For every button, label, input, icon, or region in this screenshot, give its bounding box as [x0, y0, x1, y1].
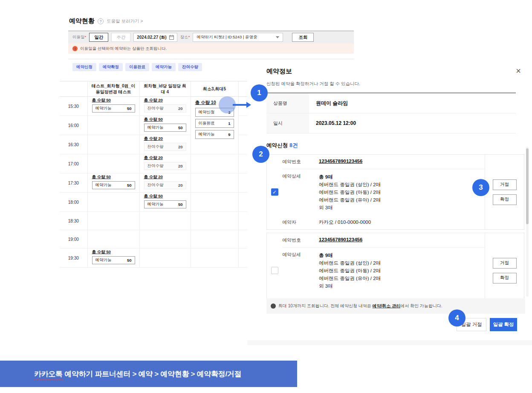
legend-chip: 예약가능	[152, 63, 176, 71]
confirm-button[interactable]: 확정	[493, 273, 517, 283]
time-label: 18:30	[60, 212, 87, 230]
slot-status-box[interactable]: 예약가능50	[92, 256, 135, 264]
weekly-tab[interactable]: 주간	[111, 33, 130, 42]
time-label: 17:30	[60, 173, 87, 193]
request-card-list: 예약번호1234567890123456예약상세총 9매에버랜드 종일권 (성인…	[266, 154, 524, 303]
reservation-number-label: 예약번호	[282, 237, 319, 243]
footer-notice-text: 최대 10개까지 조회됩니다. 전체 예약신청 내역은 예약/취소 관리에서 확…	[278, 303, 442, 309]
checkbox-unchecked[interactable]	[271, 267, 278, 274]
legend-chip: 예약확정	[99, 63, 123, 71]
slot-remaining-box: 잔여수량20	[144, 104, 186, 113]
slot-status-count: 50	[178, 202, 183, 207]
ticket-line: 에버랜드 종일권 (성인) / 2매	[319, 259, 381, 267]
product-column-header: 테스트_회차형_0원_이용일정변경 테스트	[87, 81, 139, 97]
ticket-line: 에버랜드 종일권 (성인) / 2매	[319, 181, 381, 188]
reservation-number-link[interactable]: 1234567890123456	[319, 159, 362, 165]
chevron-down-icon	[276, 36, 279, 38]
manage-link[interactable]: 예약/취소 관리	[373, 303, 401, 308]
schedule-cell	[191, 230, 238, 249]
reservation-detail-value: 총 9매에버랜드 종일권 (성인) / 2매에버랜드 종일권 (아동) / 2매…	[319, 251, 381, 290]
help-icon[interactable]	[98, 18, 104, 24]
reject-button[interactable]: 거절	[493, 179, 517, 190]
scrollbar-thumb[interactable]	[526, 148, 529, 224]
daily-tab[interactable]: 일간	[89, 33, 108, 42]
required-mark: *	[85, 35, 87, 39]
ticket-line: 외 3매	[319, 282, 381, 290]
reservation-detail-value: 총 9매에버랜드 종일권 (성인) / 2매에버랜드 종일권 (아동) / 2매…	[319, 173, 381, 211]
slot-total-quantity: 총 수량 50	[144, 194, 186, 199]
filter-notice-text: 이용일을 선택하여 예약하는 상품만 조회됩니다.	[80, 46, 167, 52]
page-header: 예약현황 도움말 보러가기 >	[69, 17, 143, 25]
search-button[interactable]: 조회	[292, 33, 314, 42]
slot-status-label: 예약가능	[147, 202, 164, 207]
slot-remaining-box: 잔여수량20	[144, 143, 186, 151]
schedule-cell	[139, 212, 191, 230]
annotation-badge-2: 2	[252, 146, 269, 163]
arrow-line	[233, 104, 247, 106]
slot-status-label: 잔여수량	[147, 106, 164, 111]
schedule-cell: 총 수량 20잔여수량20	[139, 154, 191, 173]
schedule-cell	[191, 249, 238, 268]
info-value: 원데이 슬라임	[309, 93, 516, 113]
schedule-cell	[139, 230, 191, 249]
slot-status-count: 50	[127, 183, 132, 188]
reservation-detail-label: 예약상세	[282, 173, 319, 211]
schedule-cell	[87, 116, 139, 135]
card-main: 예약번호1234567890123456예약상세총 9매에버랜드 종일권 (성인…	[282, 155, 485, 229]
calendar-icon[interactable]	[169, 35, 174, 40]
product-column-header: 회차형_id당 일정당 최대 4	[139, 81, 191, 97]
filter-bar: 이용일* 일간 주간 2024.02.27 (화) 장소* 예약하기 티켓2 |…	[68, 31, 354, 43]
slot-status-box[interactable]: 예약가능50	[92, 104, 135, 113]
close-icon[interactable]: ×	[516, 66, 521, 75]
confirm-all-button[interactable]: 일괄 확정	[490, 318, 517, 331]
panel-actions: 일괄 거절 일괄 확정	[457, 318, 517, 331]
slot-status-count: 1	[228, 121, 230, 126]
slot-status-box[interactable]: 이용완료1	[195, 119, 234, 128]
place-label: 장소*	[180, 35, 190, 40]
card-main: 예약번호1234567890123456예약상세총 9매에버랜드 종일권 (성인…	[282, 233, 485, 303]
booker-row: 예약자카카오 / 010-0000-0000	[282, 215, 485, 229]
legend-chip: 이용완료	[125, 63, 149, 71]
page-title: 예약현황	[69, 17, 95, 25]
checkbox-column	[267, 233, 282, 303]
schedule-cell: 총 수량 50예약가능50	[87, 173, 139, 193]
reservation-number-link[interactable]: 1234567890123456	[319, 237, 362, 243]
date-value: 2024.02.27 (화)	[137, 35, 167, 40]
date-input[interactable]: 2024.02.27 (화)	[133, 33, 177, 42]
slot-total-quantity: 총 수량 20	[144, 155, 186, 161]
info-icon	[271, 303, 276, 309]
time-column-header	[60, 81, 87, 97]
panel-title: 예약정보	[266, 67, 517, 75]
time-label: 16:00	[60, 116, 87, 135]
slot-status-count: 9	[228, 132, 230, 137]
slot-status-box[interactable]: 예약가능9	[195, 130, 234, 139]
schedule-cell	[87, 154, 139, 173]
ticket-total: 총 9매	[319, 251, 381, 259]
slot-status-label: 잔여수량	[147, 163, 164, 169]
checkbox-checked[interactable]	[271, 188, 278, 196]
slot-status-label: 잔여수량	[147, 182, 164, 188]
slot-status-label: 예약가능	[95, 257, 112, 263]
request-card: 예약번호1234567890123456예약상세총 9매에버랜드 종일권 (성인…	[266, 233, 524, 303]
time-label: 18:00	[60, 193, 87, 212]
slot-status-count: 20	[178, 164, 183, 168]
ticket-line: 에버랜드 종일권 (아동) / 2매	[319, 267, 381, 275]
reservation-detail-row: 예약상세총 9매에버랜드 종일권 (성인) / 2매에버랜드 종일권 (아동) …	[282, 169, 485, 215]
confirm-button[interactable]: 확정	[493, 194, 517, 205]
help-link[interactable]: 도움말 보러가기 >	[107, 18, 143, 24]
annotation-badge-1: 1	[251, 84, 268, 101]
time-label: 19:30	[60, 249, 87, 268]
reject-button[interactable]: 거절	[493, 258, 517, 269]
place-select[interactable]: 예약하기 티켓2 | ID:5243 | 운영중	[193, 33, 283, 42]
reservation-detail-panel: × 예약정보 신청된 예약을 확정하거나 거절 할 수 있습니다. 상품명원데이…	[247, 63, 532, 345]
slot-status-box[interactable]: 예약가능50	[144, 124, 186, 132]
info-label: 상품명	[266, 93, 309, 113]
schedule-cell: 총 수량 20잔여수량20	[139, 135, 191, 154]
slot-status-box[interactable]: 예약가능50	[92, 181, 135, 189]
product-column-header: 최소3,최대5	[191, 81, 238, 97]
slot-status-box[interactable]: 예약가능50	[144, 200, 186, 208]
reservation-number-row: 예약번호1234567890123456	[282, 233, 485, 248]
schedule-cell: 총 수량 50예약가능50	[139, 116, 191, 135]
reservation-number-row: 예약번호1234567890123456	[282, 155, 485, 169]
usage-date-label: 이용일*	[72, 35, 86, 40]
